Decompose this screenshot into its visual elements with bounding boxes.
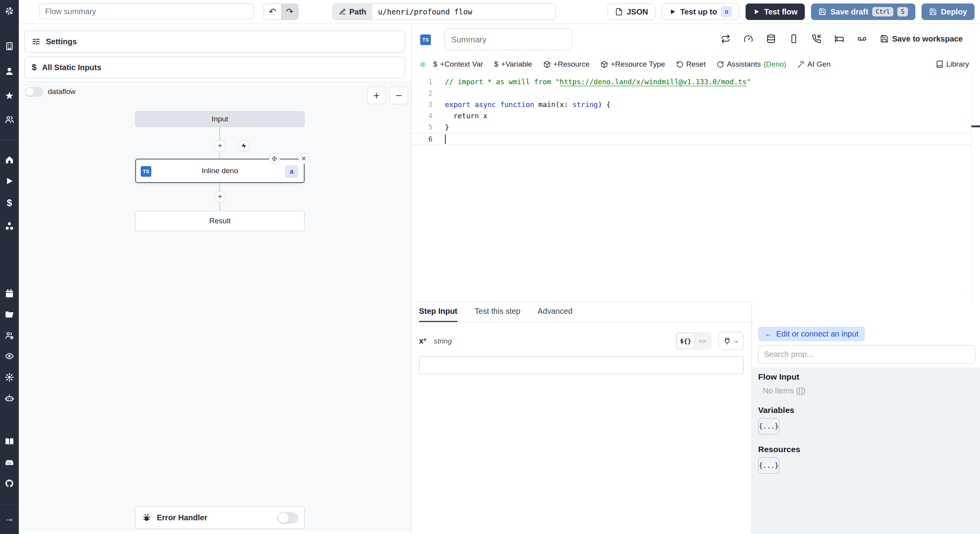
zoom-out-button[interactable]: − (390, 87, 408, 104)
ai-gen-button[interactable]: AI Gen (797, 60, 831, 69)
code-line-5[interactable]: 5} (412, 121, 971, 133)
flow-settings-label: Settings (46, 37, 77, 46)
add-variable-button[interactable]: $+Variable (494, 60, 532, 69)
assistants-robot-icon[interactable] (5, 393, 14, 403)
tab-advanced[interactable]: Advanced (537, 302, 572, 322)
path-input[interactable] (372, 4, 555, 20)
step-tabs: Step Input Test this step Advanced (412, 302, 751, 322)
runs-play-icon[interactable] (5, 176, 14, 186)
field-value-editor[interactable] (419, 356, 744, 374)
voicemail-icon[interactable] (857, 34, 867, 43)
cube-icon (601, 61, 608, 68)
delete-step-button[interactable]: × (298, 153, 309, 164)
workers-icon[interactable] (5, 331, 14, 340)
all-static-inputs-button[interactable]: $ All Static Inputs (24, 56, 405, 78)
json-button-label: JSON (627, 7, 648, 16)
assistants-button[interactable]: Assistants (Deno) (717, 60, 786, 69)
code-line-3[interactable]: 3export async function main(x: string) { (412, 99, 971, 110)
save-to-workspace-label: Save to workspace (892, 34, 963, 43)
flow-result-node[interactable]: Result (135, 211, 305, 231)
search-prop-input[interactable] (758, 345, 975, 364)
flow-summary-input[interactable] (39, 4, 254, 19)
variables-object-chip[interactable]: {...} (758, 418, 779, 434)
ai-gen-label: AI Gen (808, 60, 831, 69)
tab-step-input[interactable]: Step Input (419, 302, 457, 322)
code-mode-button[interactable]: <> (695, 337, 710, 345)
json-button[interactable]: JSON (608, 4, 655, 20)
code-line-4[interactable]: 4 return x (412, 110, 971, 121)
library-button[interactable]: Library (936, 57, 969, 72)
plug-icon (723, 337, 731, 345)
error-handler-toggle[interactable] (278, 512, 298, 524)
github-icon[interactable] (5, 479, 14, 488)
reset-button[interactable]: Reset (676, 60, 706, 69)
redo-button[interactable]: ↷ (281, 4, 298, 20)
step-summary-input[interactable] (445, 29, 572, 50)
flow-input-node[interactable]: Input (135, 111, 305, 127)
home-icon[interactable] (5, 155, 14, 165)
move-icon (272, 156, 277, 162)
folders-icon[interactable] (5, 310, 14, 319)
sleep-bed-icon[interactable] (835, 34, 844, 43)
schedules-calendar-icon[interactable] (5, 289, 14, 298)
code-editor[interactable]: 1// import * as wmill from "https://deno… (412, 72, 980, 302)
tab-test-this-step[interactable]: Test this step (475, 302, 521, 322)
save-to-workspace-button[interactable]: Save to workspace (880, 34, 963, 43)
add-context-var-button[interactable]: $+Context Var (433, 60, 483, 69)
move-step-button[interactable] (269, 153, 280, 164)
redo-icon: ↷ (286, 7, 293, 17)
flow-settings-button[interactable]: Settings (24, 31, 405, 52)
mobile-icon[interactable] (789, 34, 799, 43)
test-flow-label: Test flow (764, 7, 797, 16)
save-draft-button[interactable]: Save draft Ctrl S (811, 4, 915, 20)
plus-icon: + (218, 192, 222, 201)
windmill-logo-icon[interactable] (4, 5, 15, 16)
audit-eye-icon[interactable] (5, 351, 14, 361)
field-type: string (434, 337, 452, 345)
favorites-star-icon[interactable]: ★ (5, 91, 14, 100)
database-icon[interactable] (766, 34, 776, 43)
variables-dollar-icon[interactable]: $ (5, 198, 14, 208)
dataflow-toggle[interactable] (25, 87, 43, 97)
add-resource-type-button[interactable]: +Resource Type (601, 60, 665, 69)
test-flow-button[interactable]: Test flow (746, 4, 805, 20)
docs-book-icon[interactable] (5, 437, 14, 446)
required-asterisk: * (423, 337, 426, 345)
flow-graph: dataflow + − Input + TS Inline deno a (19, 81, 411, 530)
step-id-badge[interactable]: a (285, 165, 298, 178)
editor-scrollbar[interactable] (971, 72, 980, 302)
code-line-6[interactable]: 6 (412, 133, 971, 145)
phone-incoming-icon[interactable] (812, 34, 821, 43)
trigger-bolt-button[interactable] (238, 140, 250, 152)
code-line-2[interactable]: 2 (412, 87, 971, 99)
inline-deno-node[interactable]: TS Inline deno a (135, 159, 305, 183)
resources-cubes-icon[interactable] (5, 221, 14, 231)
field-name: x (419, 337, 423, 345)
resources-object-chip[interactable]: {...} (758, 457, 779, 474)
code-line-1[interactable]: 1// import * as wmill from "https://deno… (412, 76, 971, 87)
insert-step-button[interactable]: + (214, 191, 226, 203)
user-icon[interactable] (5, 67, 14, 76)
edit-or-connect-label: Edit or connect an input (776, 329, 858, 339)
settings-gear-icon[interactable] (5, 373, 14, 382)
gauge-icon[interactable] (744, 34, 753, 43)
deploy-button[interactable]: Deploy (922, 4, 975, 20)
insert-step-button[interactable]: + (214, 140, 226, 152)
add-resource-button[interactable]: +Resource (543, 60, 590, 69)
undo-button[interactable]: ↶ (264, 4, 281, 20)
edit-or-connect-button[interactable]: ← Edit or connect an input (758, 327, 865, 341)
expand-sidebar-arrow-icon[interactable]: → (5, 514, 14, 523)
connect-input-button[interactable]: → (719, 332, 744, 350)
input-mode-segment: ${} <> (675, 332, 711, 350)
zoom-in-button[interactable]: + (367, 87, 386, 104)
workspace-icon[interactable] (5, 42, 14, 51)
test-up-to-button[interactable]: Test up to a (662, 4, 739, 20)
repeat-icon[interactable] (721, 34, 730, 43)
path-edit-button[interactable]: Path (333, 4, 372, 20)
kbd-s: S (897, 7, 908, 16)
discord-icon[interactable] (5, 458, 14, 467)
code-text: } (439, 123, 449, 131)
error-handler-card[interactable]: Error Handler (135, 507, 305, 529)
groups-icon[interactable] (5, 115, 14, 124)
expr-mode-button[interactable]: ${} (677, 333, 695, 349)
